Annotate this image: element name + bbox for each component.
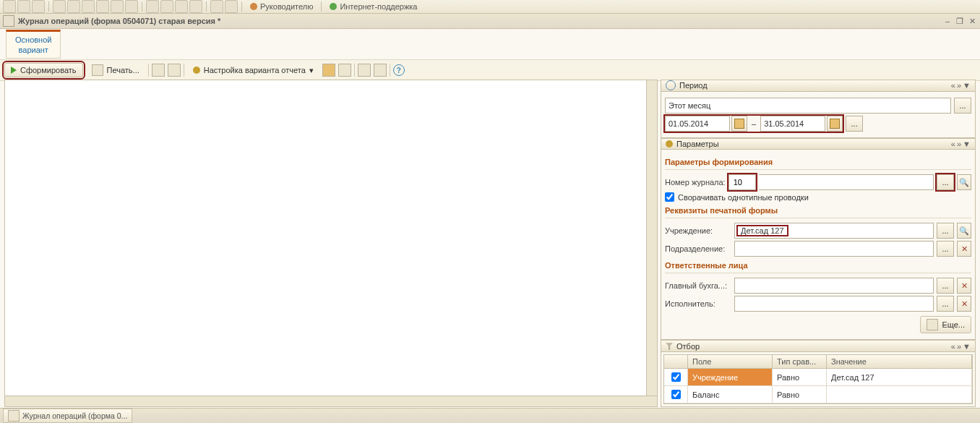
exec-select-button[interactable]: ...: [937, 296, 954, 312]
collapse-label: Сворачивать однотипные проводки: [678, 193, 809, 202]
toolbar-icon[interactable]: [67, 0, 80, 13]
panel-collapse-controls[interactable]: «»▼: [951, 81, 971, 90]
exec-label: Исполнитель:: [665, 299, 731, 308]
collapse-checkbox[interactable]: [665, 192, 674, 202]
dept-select-button[interactable]: ...: [937, 241, 954, 257]
filter-row-checkbox[interactable]: [671, 372, 681, 382]
report-area: [4, 80, 658, 407]
close-button[interactable]: ✕: [967, 16, 977, 26]
org-field[interactable]: Дет.сад 127: [734, 223, 934, 239]
filter-header: Отбор «»▼: [661, 340, 976, 352]
toolbar-icon[interactable]: [32, 0, 45, 13]
open-folder-icon[interactable]: [322, 64, 335, 77]
org-value: Дет.сад 127: [738, 226, 787, 235]
minimize-button[interactable]: –: [942, 16, 953, 26]
toolbar-icon[interactable]: [225, 0, 238, 13]
layout-icon[interactable]: [358, 64, 371, 77]
toolbar-icon[interactable]: [3, 0, 16, 13]
toolbar-icon[interactable]: [17, 0, 30, 13]
col-field[interactable]: Поле: [688, 355, 773, 368]
period-body: Этот месяц ... 01.05.2014 – 31.05.2014 .…: [661, 92, 976, 138]
table-icon[interactable]: [152, 64, 165, 77]
panel-icon[interactable]: [374, 64, 387, 77]
toolbar-icon[interactable]: [125, 0, 138, 13]
chief-field[interactable]: [734, 278, 934, 294]
chief-label: Главный бухга...:: [665, 281, 731, 290]
variant-bar: Основной вариант: [0, 29, 980, 60]
date-from-field[interactable]: 01.05.2014: [665, 116, 730, 132]
help-icon[interactable]: ?: [393, 64, 405, 76]
filter-grid: Поле Тип срав... Значение Учреждение Рав…: [663, 354, 973, 404]
calendar-to-button[interactable]: [827, 116, 843, 132]
exec-field[interactable]: [734, 296, 934, 312]
toolbar-icon[interactable]: [96, 0, 109, 13]
toolbar-icon[interactable]: [210, 0, 223, 13]
variant-tab[interactable]: Основной вариант: [6, 30, 61, 59]
window-tab[interactable]: Журнал операций (форма 0...: [3, 409, 132, 423]
dept-clear-button[interactable]: ✕: [957, 241, 971, 257]
col-compare[interactable]: Тип срав...: [773, 355, 827, 368]
play-icon: [11, 67, 17, 74]
filter-row-checkbox[interactable]: [671, 390, 681, 399]
toolbar-icon[interactable]: [175, 0, 188, 13]
toolbar-icon[interactable]: [82, 0, 95, 13]
report-icon: [3, 15, 14, 27]
more-button[interactable]: Еще...: [920, 316, 971, 333]
filter-row[interactable]: Баланс Равно: [664, 386, 972, 403]
report-icon: [8, 410, 20, 422]
group-formation: Параметры формирования: [665, 156, 971, 170]
support-link[interactable]: Интернет-поддержка: [325, 2, 421, 11]
panel-collapse-controls[interactable]: «»▼: [951, 140, 971, 148]
more-label: Еще...: [942, 320, 965, 329]
separator: [354, 64, 355, 77]
col-value[interactable]: Значение: [827, 355, 972, 368]
period-preset-field[interactable]: Этот месяц: [665, 98, 951, 114]
calendar-from-button[interactable]: [731, 116, 747, 132]
filter-icon: [666, 343, 673, 350]
journal-number-field[interactable]: [728, 174, 756, 190]
toolbar-icon[interactable]: [160, 0, 173, 13]
exec-clear-button[interactable]: ✕: [957, 296, 971, 312]
maximize-button[interactable]: ❐: [955, 16, 965, 26]
period-select-button[interactable]: ...: [954, 98, 971, 114]
filter-title: Отбор: [676, 342, 700, 351]
key-icon: [193, 67, 200, 74]
chevron-down-icon: ▾: [309, 66, 314, 75]
date-to-field[interactable]: 31.05.2014: [760, 116, 825, 132]
manager-link[interactable]: Руководителю: [246, 2, 317, 11]
print-button[interactable]: Печать...: [86, 62, 145, 78]
journal-select-button[interactable]: ...: [937, 174, 954, 190]
globe-icon: [330, 3, 337, 10]
generate-button[interactable]: Сформировать: [4, 63, 83, 77]
filter-body: Поле Тип срав... Значение Учреждение Рав…: [661, 352, 976, 407]
filter-row[interactable]: Учреждение Равно Дет.сад 127: [664, 369, 972, 386]
toolbar-icon[interactable]: [146, 0, 159, 13]
chief-select-button[interactable]: ...: [937, 278, 954, 294]
period-title: Период: [679, 81, 708, 90]
report-variant-settings[interactable]: Настройка варианта отчета ▾: [187, 64, 319, 77]
save-icon[interactable]: [338, 64, 351, 77]
period-more-button[interactable]: ...: [846, 116, 863, 132]
date-separator: –: [749, 119, 759, 128]
toolbar-icon[interactable]: [53, 0, 66, 13]
org-open-button[interactable]: 🔍: [957, 223, 971, 239]
journal-desc-field[interactable]: [759, 174, 934, 190]
calendar-icon: [830, 119, 840, 129]
generate-label: Сформировать: [20, 66, 77, 74]
manager-link-label: Руководителю: [260, 2, 313, 11]
chief-clear-button[interactable]: ✕: [957, 278, 971, 294]
dept-field[interactable]: [734, 241, 934, 257]
toolbar-icon[interactable]: [111, 0, 124, 13]
font-icon[interactable]: [168, 64, 181, 77]
support-link-label: Интернет-поддержка: [340, 2, 417, 11]
filter-row-val: Дет.сад 127: [827, 369, 972, 385]
org-select-button[interactable]: ...: [937, 223, 954, 239]
org-label: Учреждение:: [665, 226, 731, 235]
journal-open-button[interactable]: 🔍: [957, 174, 971, 190]
filter-row-val: [827, 386, 972, 403]
parameters-header: Параметры «»▼: [661, 138, 976, 150]
journal-number-input[interactable]: [732, 177, 752, 187]
separator: [48, 1, 49, 12]
toolbar-icon[interactable]: [189, 0, 202, 13]
panel-collapse-controls[interactable]: «»▼: [951, 342, 971, 351]
